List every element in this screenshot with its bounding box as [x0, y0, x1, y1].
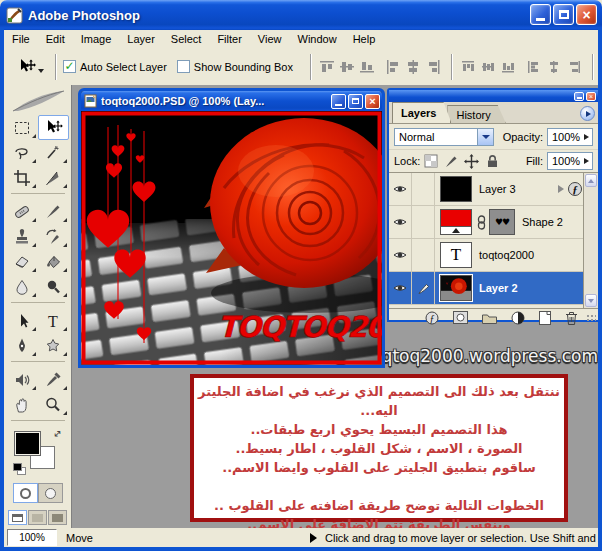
document-titlebar[interactable]: toqtoq2000.PSD @ 100% (Lay... × [81, 91, 382, 111]
menu-filter[interactable]: Filter [209, 31, 249, 47]
tool-custom-shape[interactable] [38, 333, 69, 358]
new-group-button[interactable] [482, 312, 497, 324]
canvas[interactable]: TOQTOQ2000 [81, 111, 382, 365]
menu-layer[interactable]: Layer [119, 31, 163, 47]
default-colors-icon[interactable] [13, 463, 26, 474]
align-vertical-centers-button[interactable] [338, 56, 358, 78]
tool-lasso[interactable] [7, 140, 38, 165]
scroll-down-button[interactable] [585, 294, 597, 307]
distribute-vertical-centers-button[interactable] [479, 56, 499, 78]
current-tool-button[interactable] [16, 57, 44, 77]
layer-effects-badge[interactable]: ƒ [568, 182, 582, 196]
document-close-button[interactable]: × [365, 94, 380, 109]
effects-expand-icon[interactable] [558, 185, 564, 193]
tool-crop[interactable] [7, 165, 38, 190]
align-horizontal-centers-button[interactable] [404, 56, 424, 78]
tool-blur[interactable] [7, 274, 38, 299]
layer-thumbnail[interactable] [440, 176, 472, 202]
align-right-edges-button[interactable] [424, 56, 444, 78]
delete-layer-button[interactable] [565, 311, 578, 325]
tool-move[interactable] [38, 115, 69, 140]
document-maximize-button[interactable] [348, 94, 363, 109]
quick-mask-mode-button[interactable] [38, 483, 63, 503]
paint-indicator[interactable] [412, 272, 435, 304]
tool-zoom[interactable] [38, 392, 69, 417]
vector-mask-thumbnail[interactable]: ♥♥ [489, 209, 515, 235]
menu-edit[interactable]: Edit [38, 31, 73, 47]
link-cell[interactable] [412, 206, 435, 238]
tool-type[interactable]: T [38, 308, 69, 333]
tool-slice[interactable] [38, 165, 69, 190]
add-layer-mask-button[interactable] [453, 311, 468, 324]
lock-paint-icon[interactable] [444, 154, 458, 168]
swap-colors-icon[interactable]: ↔ [50, 427, 64, 441]
layer-row-layer3[interactable]: Layer 3 ƒ [389, 173, 598, 206]
tool-dodge[interactable] [38, 274, 69, 299]
menu-select[interactable]: Select [163, 31, 210, 47]
layer-name[interactable]: Shape 2 [522, 216, 563, 228]
tool-history-brush[interactable] [38, 224, 69, 249]
tool-path-selection[interactable] [7, 308, 38, 333]
tool-hand[interactable] [7, 392, 38, 417]
tool-brush[interactable] [38, 199, 69, 224]
link-cell[interactable] [412, 173, 435, 205]
blend-mode-dropdown-button[interactable] [477, 129, 493, 145]
text-layer-thumbnail[interactable]: T [440, 242, 472, 268]
tool-paint-bucket[interactable] [38, 249, 69, 274]
auto-select-layer-checkbox[interactable] [63, 60, 76, 73]
layer-row-shape2[interactable]: ♥♥ Shape 2 [389, 206, 598, 239]
lock-all-icon[interactable] [485, 154, 499, 168]
palette-minimize-button[interactable] [574, 92, 584, 101]
menu-image[interactable]: Image [73, 31, 120, 47]
lock-position-icon[interactable] [464, 154, 479, 169]
palette-titlebar[interactable]: × [389, 90, 598, 102]
align-bottom-edges-button[interactable] [358, 56, 378, 78]
tool-magic-wand[interactable] [38, 140, 69, 165]
fullscreen-mode-button[interactable] [48, 510, 67, 525]
adjustment-layer-button[interactable] [511, 311, 525, 325]
tool-notes[interactable] [7, 367, 38, 392]
fill-field[interactable]: 100% [547, 152, 593, 170]
zoom-level-field[interactable]: 100% [7, 529, 57, 546]
tab-layers[interactable]: Layers [392, 102, 451, 123]
align-top-edges-button[interactable] [318, 56, 338, 78]
layer-thumbnail[interactable] [440, 275, 472, 301]
mask-link-icon[interactable] [477, 215, 486, 230]
new-layer-button[interactable] [539, 311, 551, 325]
menu-view[interactable]: View [250, 31, 290, 47]
visibility-toggle[interactable] [389, 272, 412, 304]
layer-style-button[interactable]: ƒ [425, 311, 439, 325]
distribute-right-edges-button[interactable] [565, 56, 585, 78]
maximize-button[interactable] [553, 4, 574, 25]
standard-screen-mode-button[interactable] [8, 510, 27, 525]
layer-name[interactable]: toqtoq2000 [479, 249, 534, 261]
show-bounding-box-checkbox[interactable] [177, 60, 190, 73]
layer-row-layer2[interactable]: Layer 2 [389, 272, 598, 305]
fill-layer-thumbnail[interactable] [440, 209, 472, 235]
menu-file[interactable]: File [4, 31, 38, 47]
tab-history[interactable]: History [447, 105, 505, 123]
foreground-color-swatch[interactable] [15, 432, 40, 455]
layer-name[interactable]: Layer 3 [479, 183, 516, 195]
tool-eyedropper[interactable] [38, 367, 69, 392]
distribute-horizontal-centers-button[interactable] [545, 56, 565, 78]
opacity-field[interactable]: 100% [547, 128, 593, 146]
palette-menu-button[interactable] [580, 106, 595, 121]
tool-pen[interactable] [7, 333, 38, 358]
link-cell[interactable] [412, 239, 435, 271]
menu-window[interactable]: Window [290, 31, 345, 47]
align-left-edges-button[interactable] [384, 56, 404, 78]
layer-row-toqtoq2000[interactable]: T toqtoq2000 [389, 239, 598, 272]
distribute-bottom-edges-button[interactable] [499, 56, 519, 78]
blend-mode-dropdown[interactable]: Normal [394, 128, 494, 146]
close-button[interactable]: × [576, 4, 597, 25]
palette-resize-grip[interactable] [586, 314, 596, 324]
layer-name[interactable]: Layer 2 [479, 282, 518, 294]
document-minimize-button[interactable] [331, 94, 346, 109]
scroll-up-button[interactable] [585, 174, 597, 187]
visibility-toggle[interactable] [389, 239, 412, 271]
menu-help[interactable]: Help [345, 31, 384, 47]
visibility-toggle[interactable] [389, 206, 412, 238]
layers-scrollbar[interactable] [583, 173, 598, 308]
distribute-left-edges-button[interactable] [525, 56, 545, 78]
